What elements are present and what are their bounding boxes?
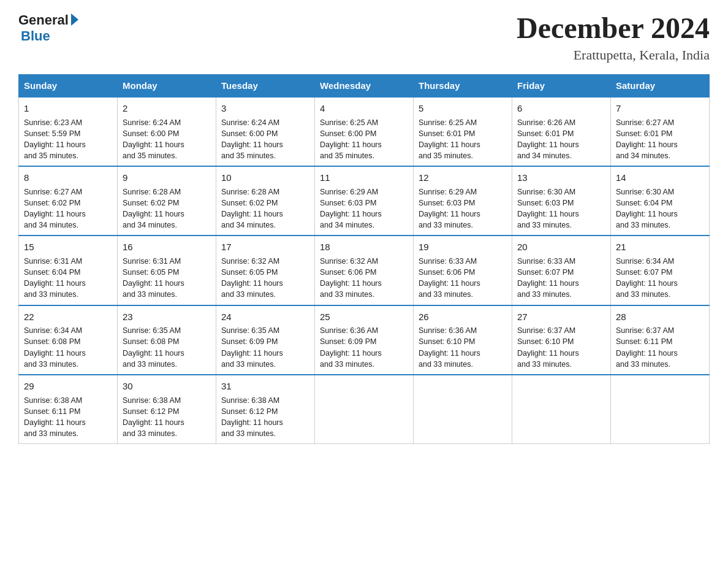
week-row-5: 29Sunrise: 6:38 AMSunset: 6:11 PMDayligh… (19, 375, 710, 444)
day-info: Sunrise: 6:25 AMSunset: 6:00 PMDaylight:… (320, 118, 382, 160)
day-info: Sunrise: 6:36 AMSunset: 6:09 PMDaylight:… (320, 326, 382, 368)
day-info: Sunrise: 6:35 AMSunset: 6:09 PMDaylight:… (221, 326, 283, 368)
day-cell (414, 375, 512, 444)
day-number: 16 (123, 240, 211, 254)
day-info: Sunrise: 6:25 AMSunset: 6:01 PMDaylight:… (419, 118, 480, 160)
day-number: 20 (517, 240, 605, 254)
day-cell: 26Sunrise: 6:36 AMSunset: 6:10 PMDayligh… (414, 305, 512, 375)
col-header-tuesday: Tuesday (216, 74, 315, 97)
day-number: 18 (320, 240, 408, 254)
logo: General Blue (18, 12, 78, 44)
day-cell: 30Sunrise: 6:38 AMSunset: 6:12 PMDayligh… (118, 375, 216, 444)
day-info: Sunrise: 6:27 AMSunset: 6:02 PMDaylight:… (24, 188, 86, 229)
day-number: 8 (24, 171, 112, 185)
day-info: Sunrise: 6:27 AMSunset: 6:01 PMDaylight:… (616, 118, 678, 160)
day-info: Sunrise: 6:37 AMSunset: 6:11 PMDaylight:… (616, 326, 678, 368)
day-info: Sunrise: 6:28 AMSunset: 6:02 PMDaylight:… (221, 188, 283, 229)
day-info: Sunrise: 6:33 AMSunset: 6:06 PMDaylight:… (419, 257, 480, 299)
day-number: 1 (24, 102, 112, 115)
week-row-3: 15Sunrise: 6:31 AMSunset: 6:04 PMDayligh… (19, 236, 710, 305)
day-cell: 13Sunrise: 6:30 AMSunset: 6:03 PMDayligh… (512, 166, 611, 236)
day-number: 31 (221, 380, 309, 393)
day-info: Sunrise: 6:24 AMSunset: 6:00 PMDaylight:… (221, 118, 283, 160)
day-info: Sunrise: 6:29 AMSunset: 6:03 PMDaylight:… (419, 188, 480, 229)
day-cell: 10Sunrise: 6:28 AMSunset: 6:02 PMDayligh… (216, 166, 315, 236)
day-number: 22 (24, 310, 112, 324)
col-header-sunday: Sunday (19, 74, 118, 97)
day-number: 7 (616, 102, 704, 115)
header-row: SundayMondayTuesdayWednesdayThursdayFrid… (19, 74, 710, 97)
calendar-table: SundayMondayTuesdayWednesdayThursdayFrid… (18, 74, 710, 444)
col-header-monday: Monday (118, 74, 216, 97)
day-info: Sunrise: 6:38 AMSunset: 6:11 PMDaylight:… (24, 396, 86, 438)
day-number: 10 (221, 171, 309, 185)
day-number: 9 (123, 171, 211, 185)
day-cell: 3Sunrise: 6:24 AMSunset: 6:00 PMDaylight… (216, 97, 315, 166)
day-cell (512, 375, 611, 444)
logo-arrow-icon (71, 13, 78, 26)
logo-general-text: General (18, 12, 69, 28)
day-number: 30 (123, 380, 211, 393)
day-number: 24 (221, 310, 309, 324)
page-header: General Blue December 2024 Erattupetta, … (18, 12, 710, 63)
day-cell: 29Sunrise: 6:38 AMSunset: 6:11 PMDayligh… (19, 375, 118, 444)
day-cell: 22Sunrise: 6:34 AMSunset: 6:08 PMDayligh… (19, 305, 118, 375)
day-cell: 28Sunrise: 6:37 AMSunset: 6:11 PMDayligh… (611, 305, 710, 375)
day-info: Sunrise: 6:29 AMSunset: 6:03 PMDaylight:… (320, 188, 382, 229)
col-header-saturday: Saturday (611, 74, 710, 97)
day-number: 26 (419, 310, 507, 324)
day-number: 11 (320, 171, 408, 185)
col-header-wednesday: Wednesday (315, 74, 414, 97)
day-number: 12 (419, 171, 507, 185)
day-cell: 1Sunrise: 6:23 AMSunset: 5:59 PMDaylight… (19, 97, 118, 166)
day-info: Sunrise: 6:35 AMSunset: 6:08 PMDaylight:… (123, 326, 184, 368)
day-number: 25 (320, 310, 408, 324)
day-cell: 15Sunrise: 6:31 AMSunset: 6:04 PMDayligh… (19, 236, 118, 305)
day-number: 28 (616, 310, 704, 324)
month-title: December 2024 (517, 12, 710, 45)
day-cell: 12Sunrise: 6:29 AMSunset: 6:03 PMDayligh… (414, 166, 512, 236)
day-cell: 7Sunrise: 6:27 AMSunset: 6:01 PMDaylight… (611, 97, 710, 166)
day-info: Sunrise: 6:36 AMSunset: 6:10 PMDaylight:… (419, 326, 480, 368)
day-number: 17 (221, 240, 309, 254)
day-cell: 25Sunrise: 6:36 AMSunset: 6:09 PMDayligh… (315, 305, 414, 375)
day-cell: 11Sunrise: 6:29 AMSunset: 6:03 PMDayligh… (315, 166, 414, 236)
day-info: Sunrise: 6:23 AMSunset: 5:59 PMDaylight:… (24, 118, 86, 160)
day-cell (611, 375, 710, 444)
day-number: 21 (616, 240, 704, 254)
day-cell: 23Sunrise: 6:35 AMSunset: 6:08 PMDayligh… (118, 305, 216, 375)
day-info: Sunrise: 6:32 AMSunset: 6:06 PMDaylight:… (320, 257, 382, 299)
day-info: Sunrise: 6:34 AMSunset: 6:08 PMDaylight:… (24, 326, 86, 368)
day-info: Sunrise: 6:32 AMSunset: 6:05 PMDaylight:… (221, 257, 283, 299)
week-row-4: 22Sunrise: 6:34 AMSunset: 6:08 PMDayligh… (19, 305, 710, 375)
day-number: 27 (517, 310, 605, 324)
day-cell: 31Sunrise: 6:38 AMSunset: 6:12 PMDayligh… (216, 375, 315, 444)
day-number: 29 (24, 380, 112, 393)
location: Erattupetta, Kerala, India (517, 47, 710, 63)
day-cell: 20Sunrise: 6:33 AMSunset: 6:07 PMDayligh… (512, 236, 611, 305)
day-cell: 24Sunrise: 6:35 AMSunset: 6:09 PMDayligh… (216, 305, 315, 375)
col-header-friday: Friday (512, 74, 611, 97)
day-info: Sunrise: 6:38 AMSunset: 6:12 PMDaylight:… (221, 396, 283, 438)
day-number: 6 (517, 102, 605, 115)
title-block: December 2024 Erattupetta, Kerala, India (517, 12, 710, 63)
day-cell: 17Sunrise: 6:32 AMSunset: 6:05 PMDayligh… (216, 236, 315, 305)
day-cell: 6Sunrise: 6:26 AMSunset: 6:01 PMDaylight… (512, 97, 611, 166)
day-number: 2 (123, 102, 211, 115)
day-cell: 2Sunrise: 6:24 AMSunset: 6:00 PMDaylight… (118, 97, 216, 166)
col-header-thursday: Thursday (414, 74, 512, 97)
day-cell: 19Sunrise: 6:33 AMSunset: 6:06 PMDayligh… (414, 236, 512, 305)
day-info: Sunrise: 6:26 AMSunset: 6:01 PMDaylight:… (517, 118, 579, 160)
day-info: Sunrise: 6:34 AMSunset: 6:07 PMDaylight:… (616, 257, 678, 299)
day-info: Sunrise: 6:33 AMSunset: 6:07 PMDaylight:… (517, 257, 579, 299)
week-row-1: 1Sunrise: 6:23 AMSunset: 5:59 PMDaylight… (19, 97, 710, 166)
day-cell: 5Sunrise: 6:25 AMSunset: 6:01 PMDaylight… (414, 97, 512, 166)
day-cell: 8Sunrise: 6:27 AMSunset: 6:02 PMDaylight… (19, 166, 118, 236)
day-info: Sunrise: 6:31 AMSunset: 6:05 PMDaylight:… (123, 257, 184, 299)
week-row-2: 8Sunrise: 6:27 AMSunset: 6:02 PMDaylight… (19, 166, 710, 236)
logo-blue-text: Blue (21, 28, 50, 44)
day-info: Sunrise: 6:38 AMSunset: 6:12 PMDaylight:… (123, 396, 184, 438)
day-info: Sunrise: 6:24 AMSunset: 6:00 PMDaylight:… (123, 118, 184, 160)
day-cell (315, 375, 414, 444)
day-number: 15 (24, 240, 112, 254)
